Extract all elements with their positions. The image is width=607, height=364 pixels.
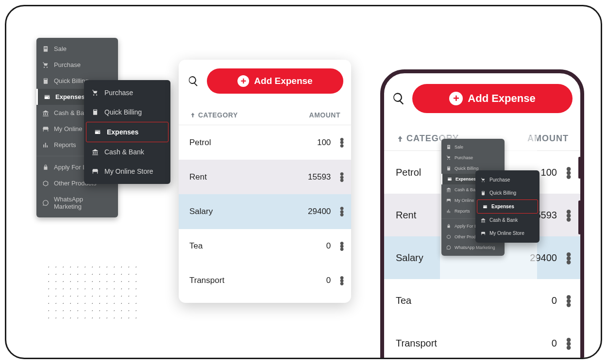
expense-panel: + Add Expense CATEGORY AMOUNT Petrol100●…: [179, 60, 351, 303]
expense-category: Salary: [396, 252, 423, 264]
sidebar-item-label: WhatsApp Marketing: [54, 196, 112, 210]
expense-row[interactable]: Rent15593●●●: [179, 160, 351, 194]
submenu-item-expenses[interactable]: Expenses: [86, 122, 169, 142]
expense-panel-header: + Add Expense: [179, 60, 351, 103]
receipt-icon: [42, 46, 49, 52]
submenu-item-store[interactable]: My Online Store: [475, 227, 540, 240]
submenu-item-cash-bank[interactable]: Cash & Bank: [84, 142, 170, 162]
expense-category: Salary: [189, 207, 213, 216]
phone-side-button: [578, 157, 581, 179]
wallet-icon: [447, 177, 452, 182]
more-icon[interactable]: ●●●: [564, 335, 573, 351]
sidebar-item-label: Expenses: [55, 93, 85, 100]
expense-row[interactable]: Tea0●●●: [179, 229, 351, 264]
calculator-icon: [481, 191, 486, 196]
sidebar-item-sale[interactable]: Sale: [36, 41, 118, 57]
sidebar-item-purchase[interactable]: Purchase: [36, 57, 118, 73]
cart-icon: [92, 89, 99, 96]
expense-row[interactable]: Salary29400●●●: [179, 194, 351, 229]
more-icon[interactable]: ●●●: [564, 250, 573, 265]
submenu-item-cash-bank[interactable]: Cash & Bank: [475, 214, 540, 227]
expense-row[interactable]: Petrol100●●●: [179, 125, 351, 160]
category-column-header[interactable]: CATEGORY: [189, 111, 238, 119]
expense-table-header: CATEGORY AMOUNT: [179, 103, 351, 125]
more-icon[interactable]: ●●●: [564, 207, 573, 223]
wallet-icon: [483, 204, 488, 209]
bank-icon: [42, 110, 49, 116]
box-icon: [42, 180, 49, 187]
calculator-icon: [92, 109, 99, 116]
expense-row[interactable]: Transport0●●●: [384, 322, 580, 359]
submenu-item-store[interactable]: My Online Store: [84, 162, 170, 181]
sidebar-submenu: Purchase Quick Billing Expenses Cash & B…: [84, 80, 170, 184]
box-icon: [446, 234, 451, 239]
expense-category: Transport: [189, 276, 224, 285]
add-expense-button[interactable]: + Add Expense: [207, 68, 343, 94]
more-icon[interactable]: ●●●: [337, 205, 346, 218]
store-icon: [481, 231, 486, 236]
expense-category: Transport: [396, 338, 437, 349]
lock-icon: [446, 224, 451, 229]
submenu-item-label: Cash & Bank: [104, 148, 144, 156]
plus-icon: +: [449, 92, 463, 105]
submenu-item-purchase[interactable]: Purchase: [475, 173, 540, 186]
app-frame: Sale Purchase Quick Billing Expenses Cas…: [5, 5, 602, 359]
plus-icon: +: [237, 75, 249, 87]
cart-icon: [446, 155, 451, 160]
add-expense-label: Add Expense: [254, 76, 312, 86]
expense-row[interactable]: Tea0●●●: [384, 279, 580, 322]
submenu-item-purchase[interactable]: Purchase: [84, 83, 170, 102]
more-icon[interactable]: ●●●: [564, 293, 573, 308]
submenu-item-label: Purchase: [104, 89, 133, 97]
phone-side-button: [578, 200, 581, 234]
bank-icon: [481, 218, 486, 223]
more-icon[interactable]: ●●●: [337, 274, 346, 287]
submenu-item-quick-billing[interactable]: Quick Billing: [475, 186, 540, 199]
add-expense-button[interactable]: + Add Expense: [412, 84, 573, 113]
search-button[interactable]: [186, 74, 200, 88]
sidebar-item-whatsapp[interactable]: WhatsApp Marketing: [36, 191, 118, 215]
bank-icon: [446, 187, 451, 192]
receipt-icon: [446, 145, 451, 149]
expense-amount: 29400: [308, 207, 331, 216]
expense-category: Tea: [396, 295, 411, 306]
expense-category: Petrol: [396, 167, 421, 178]
more-icon[interactable]: ●●●: [337, 170, 346, 183]
sidebar-submenu-mobile: Purchase Quick Billing Expenses Cash & B…: [475, 170, 540, 243]
whatsapp-icon: [42, 199, 49, 206]
search-button[interactable]: [392, 92, 405, 105]
expense-amount: 0: [326, 241, 331, 251]
add-expense-label: Add Expense: [468, 92, 535, 105]
calculator-icon: [42, 78, 49, 84]
phone-mockup: + Add Expense CATEGORY AMOUNT Petrol100●…: [380, 69, 584, 359]
submenu-item-label: Expenses: [107, 128, 138, 136]
amount-column-header[interactable]: AMOUNT: [527, 133, 569, 144]
decorative-dots: [45, 264, 137, 322]
expense-category: Tea: [189, 241, 202, 251]
expense-amount: 0: [552, 338, 557, 349]
more-icon[interactable]: ●●●: [564, 165, 573, 180]
wallet-icon: [94, 129, 101, 135]
sidebar-item-purchase[interactable]: Purchase: [441, 152, 505, 163]
submenu-item-quick-billing[interactable]: Quick Billing: [84, 102, 170, 122]
sidebar-item-whatsapp[interactable]: WhatsApp Marketing: [441, 242, 505, 253]
expense-amount: 100: [317, 138, 331, 148]
expense-amount: 100: [541, 167, 557, 178]
store-icon: [446, 198, 451, 203]
submenu-item-label: Quick Billing: [104, 108, 142, 116]
expense-panel-header-mobile: + Add Expense: [384, 73, 580, 125]
amount-column-header[interactable]: AMOUNT: [309, 111, 340, 119]
expense-category: Rent: [189, 172, 207, 182]
expense-amount: 29400: [530, 252, 557, 264]
sidebar-item-label: Reports: [54, 141, 76, 149]
cart-icon: [481, 178, 486, 182]
submenu-item-expenses[interactable]: Expenses: [477, 199, 538, 214]
expense-category: Petrol: [189, 138, 211, 148]
chart-icon: [446, 209, 451, 214]
expense-row[interactable]: Transport0●●●: [179, 264, 351, 298]
more-icon[interactable]: ●●●: [337, 136, 346, 149]
sidebar-item-sale[interactable]: Sale: [441, 142, 505, 152]
store-icon: [92, 168, 99, 175]
cart-icon: [42, 62, 49, 68]
more-icon[interactable]: ●●●: [337, 240, 346, 253]
